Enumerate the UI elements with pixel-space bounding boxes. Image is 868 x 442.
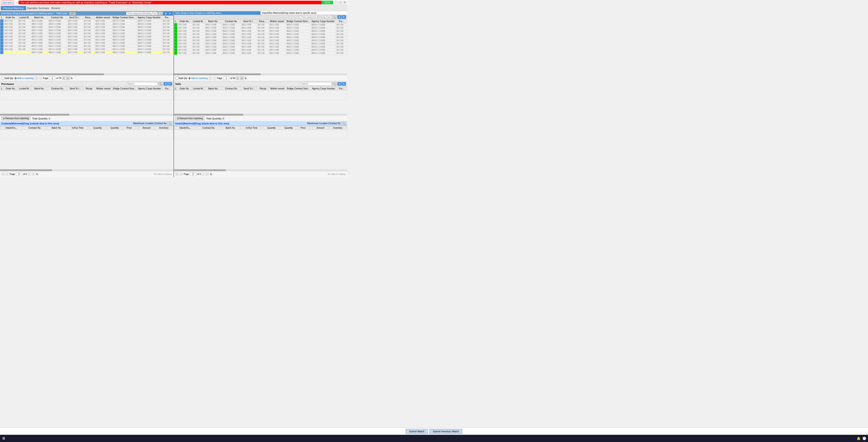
sells-top-row[interactable] <box>174 26 347 30</box>
sells-add-to-matching-btn[interactable]: ➕ Add to matching <box>188 77 208 79</box>
outtank-last-btn[interactable]: » <box>32 172 35 176</box>
sells-matching-dropdown-btn[interactable]: ▼ <box>342 82 346 86</box>
purchases-top-row[interactable] <box>0 38 174 41</box>
sells-hscroll[interactable] <box>174 73 347 75</box>
sm-col-sendto: Send To l... <box>241 87 257 91</box>
sells-total-qty: Total Quantity: 0 <box>206 117 224 120</box>
purchases-matching-hscroll[interactable] <box>0 114 174 115</box>
sells-top-row[interactable] <box>174 30 347 33</box>
intank-prev-btn[interactable]: ‹ <box>180 172 183 176</box>
sells-next-page-btn[interactable]: › <box>236 76 239 80</box>
sells-top-row[interactable] <box>174 39 347 42</box>
sells-top-row[interactable] <box>174 48 347 52</box>
intank-next-btn[interactable]: › <box>202 172 205 176</box>
split-qty-check[interactable]: Split Qty <box>1 77 13 80</box>
close-icon[interactable]: ✕ <box>343 1 346 4</box>
warehouse-filter-btn[interactable]: 🔍 <box>167 122 172 125</box>
intank-hscroll[interactable] <box>174 169 347 171</box>
purchases-top-row[interactable] <box>0 32 174 35</box>
sells-header-row: L Order No. Locked M. Batch No. Contract… <box>174 20 347 23</box>
purchases-top-row[interactable] <box>0 29 174 32</box>
purchases-search-input[interactable] <box>126 12 158 15</box>
sells-matching-grid-btn[interactable]: ⊞ <box>338 82 342 86</box>
outtank-next-btn[interactable]: › <box>28 172 31 176</box>
sells-search-input[interactable] <box>300 15 332 19</box>
first-page-btn[interactable]: « <box>35 76 38 80</box>
sells-top-row[interactable] <box>174 45 347 48</box>
tab-remind[interactable]: Remind <box>51 7 60 9</box>
page-input[interactable] <box>49 76 55 80</box>
purchases-top-row[interactable] <box>0 41 174 45</box>
sells-top-row[interactable] <box>174 33 347 36</box>
purchases-drag-header: Purchases (Drag & drop recap(s) to match… <box>0 11 174 15</box>
tab-operation-summary[interactable]: Operation Summary <box>27 7 49 9</box>
sells-refresh-btn[interactable]: ↻ <box>245 77 247 80</box>
intank-refresh-btn[interactable]: ↻ <box>210 173 212 176</box>
sells-last-page-btn[interactable]: » <box>240 76 244 80</box>
purchases-matching-search-input[interactable] <box>126 82 158 86</box>
purchases-matching-table: L Order No. Locked M. Batch No. Contract… <box>0 87 174 114</box>
intank-last-btn[interactable]: » <box>206 172 209 176</box>
restore-icon[interactable]: □ <box>339 1 342 4</box>
arrow-icon: → <box>15 1 18 4</box>
sells-matching-hscroll[interactable] <box>174 114 347 115</box>
intank-first-btn[interactable]: « <box>176 172 179 176</box>
warehouse-filter-right-btn[interactable]: 🔍 <box>341 122 346 125</box>
purchases-top-row[interactable] <box>0 23 174 26</box>
purchases-hscroll[interactable] <box>0 73 174 75</box>
next-page-btn[interactable]: › <box>62 76 65 80</box>
outtank-refresh-btn[interactable]: ↻ <box>36 173 38 176</box>
purchases-top-row[interactable] <box>0 35 174 38</box>
last-page-btn[interactable]: » <box>66 76 70 80</box>
sells-split-qty-check[interactable]: Split Qty <box>176 77 187 80</box>
outtank-header: Outtank(Matched)(Drag outtank deal to th… <box>0 121 174 126</box>
sells-col-l: L <box>174 20 178 23</box>
sells-dropdown-btn[interactable]: ▼ <box>342 15 346 19</box>
outtank-prev-btn[interactable]: ‹ <box>6 172 9 176</box>
split-qty-checkbox[interactable] <box>1 77 4 80</box>
purchases-top-row[interactable] <box>0 51 174 54</box>
sells-matching-search-input[interactable] <box>300 82 332 86</box>
sells-prev-page-btn[interactable]: ‹ <box>213 76 216 80</box>
sells-page-input[interactable] <box>223 76 229 80</box>
purchases-search-btn[interactable]: 🔍 <box>158 12 163 15</box>
purchases-top-row[interactable] <box>0 20 174 23</box>
sells-grid-btn[interactable]: ⊞ <box>338 15 342 19</box>
sells-search-btn[interactable]: 🔍 <box>332 15 337 19</box>
purchases-grid-btn[interactable]: ⊞ <box>164 12 168 15</box>
purchases-table: L Order No. Locked M. Batch No. Contract… <box>0 15 174 54</box>
purchases-matching-search-btn[interactable]: 🔍 <box>158 82 163 86</box>
sells-top-row[interactable] <box>174 23 347 26</box>
add-to-matching-btn[interactable]: ➕ Add to matching <box>14 77 34 79</box>
sells-split-qty-checkbox[interactable] <box>176 77 178 80</box>
pm-col-order: Order No. <box>3 87 18 91</box>
outtank-page-input[interactable] <box>16 172 22 176</box>
purchases-matching-dropdown-btn[interactable]: ▼ <box>168 82 172 86</box>
sells-remove-btn[interactable]: ⊖ Remove from matching <box>176 116 204 120</box>
sells-top-row[interactable] <box>174 52 347 55</box>
purchases-remove-btn[interactable]: ⊖ Remove from matching <box>1 116 30 120</box>
purchases-matching-search: 🔍 ⊞ ▼ <box>126 82 172 86</box>
intank-page-input[interactable] <box>190 172 196 176</box>
purchases-top-row[interactable] <box>0 45 174 48</box>
sells-top-row[interactable] <box>174 36 347 39</box>
filter-toggle[interactable]: OFF <box>69 12 76 15</box>
sells-matching-header-row: L Order No. Locked M. Batch No. Contract… <box>174 87 347 91</box>
purchases-dropdown-btn[interactable]: ▼ <box>168 12 172 15</box>
purchases-top-row[interactable] <box>0 48 174 51</box>
outtank-hscroll[interactable] <box>0 169 174 171</box>
refresh-btn[interactable]: ↻ <box>70 77 73 80</box>
purchases-matching-grid-btn[interactable]: ⊞ <box>164 82 168 86</box>
prev-page-btn[interactable]: ‹ <box>39 76 42 80</box>
sells-top-row[interactable] <box>174 42 347 45</box>
minimize-icon[interactable]: ─ <box>335 1 338 4</box>
purchases-top-row[interactable] <box>0 26 174 29</box>
outtank-first-btn[interactable]: « <box>1 172 5 176</box>
sells-time-seq <box>176 15 300 19</box>
sells-top-rows <box>174 23 347 55</box>
sm-col-pur: Pur... <box>336 87 347 91</box>
sells-matching-search-btn[interactable]: 🔍 <box>332 82 337 86</box>
sells-first-page-btn[interactable]: « <box>209 76 212 80</box>
tab-physical-matching[interactable]: Physical Matching <box>1 6 26 10</box>
test-button[interactable]: TEST <box>321 1 333 4</box>
